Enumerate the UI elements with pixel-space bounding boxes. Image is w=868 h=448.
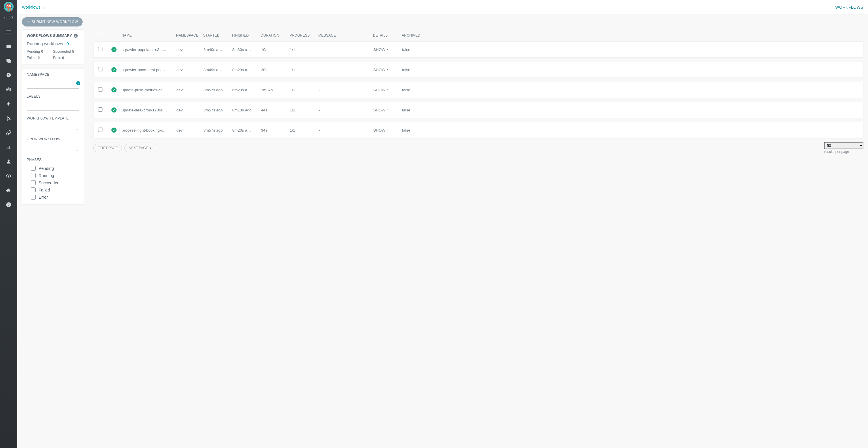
phase-checkbox[interactable] <box>31 195 36 200</box>
argo-logo[interactable] <box>4 2 13 11</box>
details-show-button[interactable]: SHOW <box>373 88 402 92</box>
cell-namespace: dev <box>177 108 204 112</box>
select-all-checkbox[interactable] <box>98 33 102 37</box>
row-checkbox[interactable] <box>98 67 102 71</box>
info-icon[interactable]: i <box>74 34 78 38</box>
pager: FIRST PAGE NEXT PAGE 50 results per page <box>93 142 863 154</box>
next-page-button[interactable]: NEXT PAGE <box>124 144 156 152</box>
workflow-template-select[interactable] <box>27 125 79 131</box>
cell-name: process-flight-booking-c… <box>122 128 177 132</box>
succeeded-stat: Succeeded5 <box>53 50 79 54</box>
table-row[interactable]: update-push-metrics-cr…dev8m57s ago6m20s… <box>93 82 863 98</box>
submit-workflow-button[interactable]: SUBMIT NEW WORKFLOW <box>22 17 83 27</box>
phase-checkbox[interactable] <box>31 180 36 185</box>
cell-duration: 44s <box>261 108 290 112</box>
labels-input[interactable] <box>27 103 79 111</box>
phase-error[interactable]: Error <box>31 195 79 200</box>
phase-succeeded[interactable]: Succeeded <box>31 180 79 185</box>
nav-reports[interactable] <box>0 142 17 152</box>
cell-namespace: dev <box>177 48 204 52</box>
row-checkbox[interactable] <box>98 87 102 92</box>
status-succeeded-icon <box>112 87 117 92</box>
summary-running: Running workflows 0 <box>27 41 79 46</box>
cell-duration: 2m37s <box>261 88 290 92</box>
cell-namespace: dev <box>177 68 204 72</box>
details-show-button[interactable]: SHOW <box>373 48 402 52</box>
namespace-clear-button[interactable] <box>76 81 80 85</box>
table-row[interactable]: sqrawler-once-deal-pop…dev8m49s a…8m29s … <box>93 62 863 78</box>
code-icon <box>6 173 11 179</box>
labels-label: LABELS <box>27 94 79 98</box>
close-icon <box>77 82 80 84</box>
nav-api[interactable] <box>0 171 17 181</box>
cell-message: - <box>319 48 373 52</box>
caret-down-icon <box>386 129 389 131</box>
cards-icon <box>6 58 11 64</box>
phase-pending[interactable]: Pending <box>31 166 79 171</box>
caret-down-icon <box>386 89 389 91</box>
summary-card: WORKFLOWS SUMMARY i Running workflows 0 … <box>22 29 84 64</box>
link-icon <box>6 130 11 136</box>
table-row[interactable]: sqrawler-populator-s3-s…dev8m40s a…8m30s… <box>93 41 863 58</box>
table-row[interactable]: process-flight-booking-c…dev8m57s ago8m2… <box>93 122 863 138</box>
cell-message: - <box>319 128 373 132</box>
rss-icon <box>6 115 11 121</box>
rail-separator <box>3 24 14 24</box>
table-row[interactable]: update-deal-cron-17060…dev8m57s ago8m13s… <box>93 102 863 118</box>
version-label: v3.5.2 <box>4 16 13 19</box>
details-show-button[interactable]: SHOW <box>373 128 402 132</box>
cell-progress: 1/1 <box>290 88 319 92</box>
nav-events[interactable] <box>0 99 17 109</box>
cell-finished: 8m23s a… <box>232 128 261 132</box>
cron-workflow-label: CRON WORKFLOW <box>27 137 79 141</box>
phases-label: PHASES <box>27 158 79 162</box>
filters-card: NAMESPACE LABELS WORKFLOW TEMPLATE <box>22 68 84 204</box>
cell-message: - <box>319 108 373 112</box>
phase-checkbox[interactable] <box>31 166 36 171</box>
cell-finished: 8m13s ago <box>232 108 261 112</box>
help-icon: ? <box>6 202 11 208</box>
cell-duration: 34s <box>261 128 290 132</box>
cron-workflow-select[interactable] <box>27 146 79 152</box>
namespace-input[interactable] <box>27 82 79 89</box>
cell-archived: false <box>402 108 423 112</box>
phase-label: Error <box>38 195 48 200</box>
row-checkbox[interactable] <box>98 108 102 112</box>
cell-archived: false <box>402 128 423 132</box>
cell-started: 8m57s ago <box>204 128 232 132</box>
nav-cluster-templates[interactable] <box>0 56 17 66</box>
nav-links[interactable] <box>0 127 17 138</box>
col-duration: DURATION <box>261 33 289 37</box>
nav-plugins[interactable] <box>0 185 17 196</box>
nav-timeline[interactable] <box>0 27 17 37</box>
nav-cron[interactable] <box>0 70 17 80</box>
cell-progress: 1/1 <box>290 68 319 72</box>
page-size-select[interactable]: 50 <box>824 142 863 149</box>
phase-checkbox[interactable] <box>31 187 36 192</box>
nav-templates[interactable] <box>0 41 17 52</box>
summary-title: WORKFLOWS SUMMARY <box>27 34 72 38</box>
cell-namespace: dev <box>177 128 204 132</box>
details-show-button[interactable]: SHOW <box>373 68 402 72</box>
nav-event-sources[interactable] <box>0 113 17 123</box>
squid-icon <box>4 2 13 11</box>
nav-help[interactable]: ? <box>0 200 17 210</box>
col-started: STARTED <box>203 33 232 37</box>
details-show-button[interactable]: SHOW <box>373 108 402 112</box>
breadcrumb-root[interactable]: Workflows <box>22 5 40 9</box>
nav-sensors[interactable] <box>0 84 17 95</box>
table-header: NAME NAMESPACE STARTED FINISHED DURATION… <box>93 29 863 41</box>
nav-user[interactable] <box>0 156 17 167</box>
phase-checkbox[interactable] <box>31 173 36 178</box>
row-checkbox[interactable] <box>98 47 102 51</box>
phase-label: Succeeded <box>38 181 60 185</box>
first-page-button[interactable]: FIRST PAGE <box>93 144 122 152</box>
breadcrumb: Workflows / <box>22 5 46 9</box>
row-checkbox[interactable] <box>98 127 102 132</box>
phase-running[interactable]: Running <box>31 173 79 178</box>
status-succeeded-icon <box>112 108 117 113</box>
phase-failed[interactable]: Failed <box>31 187 79 192</box>
user-icon <box>6 159 11 165</box>
status-succeeded-icon <box>112 127 117 133</box>
cell-message: - <box>319 88 373 92</box>
